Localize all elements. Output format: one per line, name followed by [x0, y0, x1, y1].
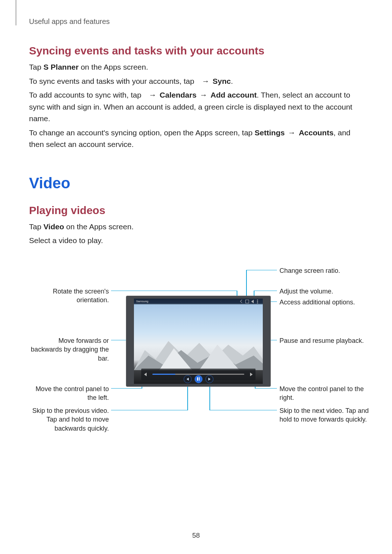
syncing-heading: Syncing events and tasks with your accou… — [29, 45, 363, 57]
add-account-label: Add account — [211, 91, 257, 99]
lead-line — [111, 291, 237, 291]
arrow-icon: → — [199, 77, 213, 85]
callout-next: Skip to the next video. Tap and hold to … — [279, 406, 377, 424]
callout-ratio: Change screen ratio. — [279, 266, 377, 275]
syncing-p2: To sync events and tasks with your accou… — [29, 75, 363, 87]
settings-label: Settings — [255, 128, 285, 137]
screen-ratio-icon[interactable] — [245, 300, 249, 303]
text: To add accounts to sync with, tap — [29, 91, 143, 99]
video-p1: Tap Video on the Apps screen. — [29, 221, 363, 233]
next-button[interactable] — [205, 375, 213, 383]
rotate-icon[interactable] — [240, 300, 244, 303]
video-titlebar: Samsung — [134, 299, 263, 304]
lead-line — [187, 386, 188, 410]
lead-line — [254, 291, 277, 291]
syncing-p3: To add accounts to sync with, tap → Cale… — [29, 89, 363, 125]
callout-more: Access additional options. — [279, 298, 377, 307]
arrow-icon: → — [146, 91, 160, 99]
arrow-icon: → — [196, 91, 211, 99]
video-p2: Select a video to play. — [29, 235, 363, 247]
page-number: 58 — [0, 532, 392, 539]
video-thumbnail — [134, 330, 263, 370]
callout-prev: Skip to the previous video. Tap and hold… — [29, 406, 109, 433]
syncing-p4: To change an account's syncing option, o… — [29, 127, 363, 151]
text: Tap — [29, 63, 44, 71]
callout-pause: Pause and resume playback. — [279, 336, 377, 345]
lead-line — [111, 410, 188, 411]
lead-line — [209, 410, 277, 411]
more-options-icon[interactable] — [257, 300, 261, 303]
playback-buttons — [184, 375, 213, 383]
video-player-mock: Samsung — [126, 296, 270, 386]
text: . — [231, 77, 233, 85]
lead-line — [246, 270, 277, 271]
callout-panel-left: Move the control panel to the left. — [29, 385, 109, 402]
text: To sync events and tasks with your accou… — [29, 77, 196, 85]
calendars-label: Calendars — [160, 91, 197, 99]
text: on the Apps screen. — [79, 63, 148, 71]
pause-button[interactable] — [195, 375, 203, 383]
arrow-icon: → — [285, 128, 299, 137]
volume-icon[interactable] — [251, 300, 255, 303]
panel-right-icon[interactable] — [250, 373, 253, 376]
video-title-label: Samsung — [136, 300, 148, 303]
callout-rotate: Rotate the screen's orientation. — [29, 287, 109, 305]
page-content: Useful apps and features Syncing events … — [0, 0, 392, 459]
text: on the Apps screen. — [64, 222, 134, 231]
video-heading: Video — [29, 175, 363, 192]
accounts-label: Accounts — [299, 128, 334, 137]
video-app-label: Video — [44, 222, 64, 231]
playing-videos-heading: Playing videos — [29, 204, 363, 217]
lead-line — [111, 388, 142, 389]
breadcrumb: Useful apps and features — [29, 17, 363, 26]
lead-line — [255, 388, 277, 389]
text: To change an account's syncing option, o… — [29, 128, 255, 137]
panel-left-icon[interactable] — [144, 373, 147, 376]
video-screen: Samsung — [134, 299, 263, 384]
callout-volume: Adjust the volume. — [279, 287, 377, 296]
lead-line — [209, 386, 210, 410]
video-player-figure: Rotate the screen's orientation. Move fo… — [29, 263, 363, 444]
syncing-p1: Tap S Planner on the Apps screen. — [29, 61, 363, 73]
callout-panel-right: Move the control panel to the right. — [279, 385, 377, 402]
text: Tap — [29, 222, 44, 231]
s-planner-label: S Planner — [44, 63, 79, 71]
prev-button[interactable] — [184, 375, 192, 383]
sync-label: Sync — [213, 77, 231, 85]
callout-seek: Move forwards or backwards by dragging t… — [29, 336, 109, 363]
